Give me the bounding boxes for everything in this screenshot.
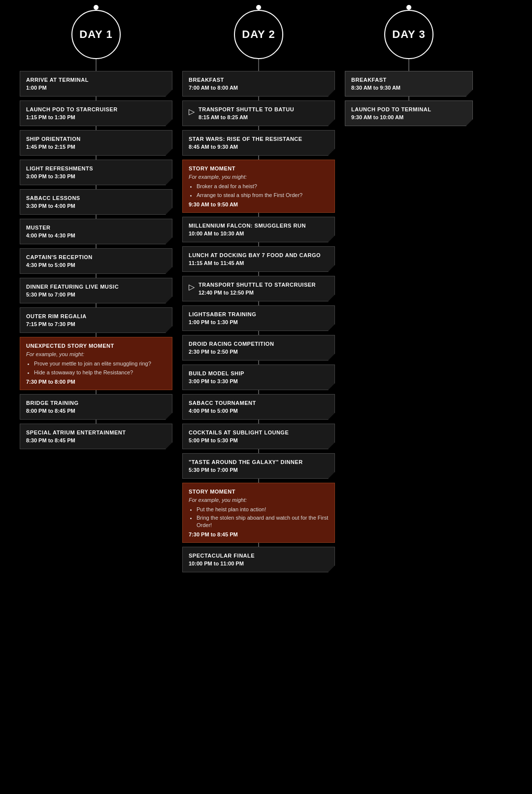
event-spectacular-finale: SPECTACULAR FINALE 10:00 PM to 11:00 PM — [182, 547, 335, 572]
day3-column: DAY 3 BREAKFAST 8:30 AM to 9:30 AM LAUNC… — [345, 10, 473, 126]
day2-dot — [256, 5, 261, 10]
schedule-page: DAY 1 ARRIVE AT TERMINAL 1:00 PM LAUNCH … — [0, 0, 532, 794]
day3-events: BREAKFAST 8:30 AM to 9:30 AM LAUNCH POD … — [345, 71, 473, 126]
event-unexpected-story-moment: UNEXPECTED STORY MOMENT For example, you… — [20, 337, 172, 390]
event-launch-pod-terminal: LAUNCH POD TO TERMINAL 9:30 AM to 10:00 … — [345, 100, 473, 126]
story-bullets-day2-1: Broker a deal for a heist? Arrange to st… — [197, 183, 329, 198]
shuttle-arrow-icon-2: ▷ — [189, 282, 195, 292]
event-outer-rim-regalia: OUTER RIM REGALIA 7:15 PM to 7:30 PM — [20, 307, 172, 333]
bullet-d2-3: Put the heist plan into action! — [197, 506, 329, 513]
event-sabacc-tournament: SABACC TOURNAMENT 4:00 PM to 5:00 PM — [182, 394, 335, 420]
day2-events: BREAKFAST 7:00 AM to 8:00 AM ▷ TRANSPORT… — [182, 71, 335, 572]
event-shuttle-batuu: ▷ TRANSPORT SHUTTLE TO BATUU 8:15 AM to … — [182, 100, 335, 126]
event-dinner-live-music: DINNER FEATURING LIVE MUSIC 5:30 PM to 7… — [20, 278, 172, 303]
day2-header: DAY 2 — [234, 10, 283, 59]
day3-label: DAY 3 — [392, 28, 425, 41]
story-bullets-day1: Prove your mettle to join an elite smugg… — [34, 360, 166, 376]
event-story-moment-day2-2: STORY MOMENT For example, you might: Put… — [182, 483, 335, 543]
event-special-atrium: SPECIAL ATRIUM ENTERTAINMENT 8:30 PM to … — [20, 424, 172, 449]
day1-dot — [94, 5, 99, 10]
event-muster: MUSTER 4:00 PM to 4:30 PM — [20, 219, 172, 244]
bullet-d1-2: Hide a stowaway to help the Resistance? — [34, 369, 166, 376]
event-rise-of-resistance: STAR WARS: RISE OF THE RESISTANCE 8:45 A… — [182, 130, 335, 156]
bullet-d1-1: Prove your mettle to join an elite smugg… — [34, 360, 166, 367]
event-taste-galaxy-dinner: "TASTE AROUND THE GALAXY" DINNER 5:30 PM… — [182, 453, 335, 479]
shuttle-batuu-content: TRANSPORT SHUTTLE TO BATUU 8:15 AM to 8:… — [199, 106, 329, 120]
event-story-moment-day2-1: STORY MOMENT For example, you might: Bro… — [182, 160, 335, 213]
day1-column: DAY 1 ARRIVE AT TERMINAL 1:00 PM LAUNCH … — [20, 10, 172, 449]
event-arrive-terminal: ARRIVE AT TERMINAL 1:00 PM — [20, 71, 172, 97]
event-light-refreshments: LIGHT REFRESHMENTS 3:00 PM to 3:30 PM — [20, 160, 172, 185]
event-breakfast-day2: BREAKFAST 7:00 AM to 8:00 AM — [182, 71, 335, 97]
bullet-d2-1: Broker a deal for a heist? — [197, 183, 329, 190]
day3-header: DAY 3 — [384, 10, 433, 59]
story-bullets-day2-2: Put the heist plan into action! Bring th… — [197, 506, 329, 529]
bullet-d2-2: Arrange to steal a ship from the First O… — [197, 192, 329, 198]
day3-dot — [406, 5, 411, 10]
event-build-model-ship: BUILD MODEL SHIP 3:00 PM to 3:30 PM — [182, 364, 335, 390]
event-captains-reception: CAPTAIN'S RECEPTION 4:30 PM to 5:00 PM — [20, 248, 172, 274]
day2-column: DAY 2 BREAKFAST 7:00 AM to 8:00 AM ▷ TRA… — [182, 10, 335, 572]
event-shuttle-starcruiser: ▷ TRANSPORT SHUTTLE TO STARCRUISER 12:40… — [182, 276, 335, 301]
bullet-d2-4: Bring the stolen ship aboard and watch o… — [197, 514, 329, 529]
event-launch-pod-starcruiser: LAUNCH POD TO STARCRUISER 1:15 PM to 1:3… — [20, 100, 172, 126]
event-lunch-docking-bay: LUNCH AT DOCKING BAY 7 FOOD AND CARGO 11… — [182, 246, 335, 272]
event-droid-racing: DROID RACING COMPETITION 2:30 PM to 2:50… — [182, 335, 335, 361]
shuttle-arrow-icon: ▷ — [189, 107, 195, 116]
day1-label: DAY 1 — [79, 28, 112, 41]
event-ship-orientation: SHIP ORIENTATION 1:45 PM to 2:15 PM — [20, 130, 172, 156]
event-breakfast-day3: BREAKFAST 8:30 AM to 9:30 AM — [345, 71, 473, 97]
event-bridge-training: BRIDGE TRAINING 8:00 PM to 8:45 PM — [20, 394, 172, 420]
event-lightsaber-training: LIGHTSABER TRAINING 1:00 PM to 1:30 PM — [182, 305, 335, 331]
event-cocktails-sublight: COCKTAILS AT SUBLIGHT LOUNGE 5:00 PM to … — [182, 424, 335, 449]
event-sabacc-lessons: SABACC LESSONS 3:30 PM to 4:00 PM — [20, 189, 172, 215]
day1-header: DAY 1 — [71, 10, 121, 59]
event-millennium-falcon: MILLENNIUM FALCON: SMUGGLERS RUN 10:00 A… — [182, 217, 335, 242]
day2-label: DAY 2 — [242, 28, 275, 41]
day1-events: ARRIVE AT TERMINAL 1:00 PM LAUNCH POD TO… — [20, 71, 172, 449]
shuttle-starcruiser-content: TRANSPORT SHUTTLE TO STARCRUISER 12:40 P… — [199, 281, 329, 296]
